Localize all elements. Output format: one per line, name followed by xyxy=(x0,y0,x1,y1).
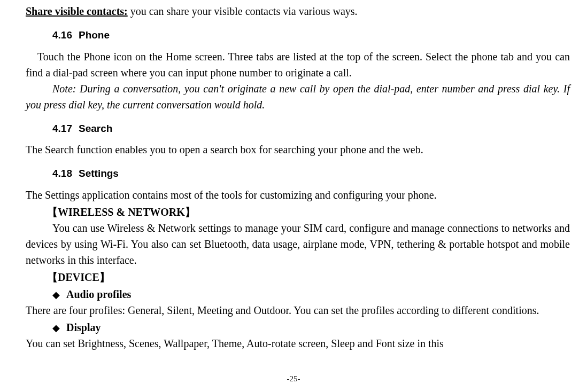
diamond-icon: ◆ xyxy=(52,321,60,335)
heading-4-17: 4.17 Search xyxy=(0,121,570,137)
para-phone: Touch the Phone icon on the Home screen.… xyxy=(0,49,570,81)
bullet-label-audio: Audio profiles xyxy=(66,286,131,302)
para-wireless: You can use Wireless & Network settings … xyxy=(0,220,570,268)
heading-num-4-17: 4.17 xyxy=(52,121,72,137)
share-visible-contacts-line: Share visible contacts: you can share yo… xyxy=(0,3,570,19)
bullet-audio-profiles: ◆ Audio profiles xyxy=(0,286,570,302)
page-number: -25- xyxy=(0,373,587,385)
bullet-label-display: Display xyxy=(66,319,101,335)
share-text: you can share your visible contacts via … xyxy=(128,5,358,17)
heading-num-4-18: 4.18 xyxy=(52,166,72,182)
share-label: Share visible contacts: xyxy=(26,5,128,17)
para-phone-note: Note: During a conversation, you can't o… xyxy=(0,81,570,113)
para-display: You can set Brightness, Scenes, Wallpape… xyxy=(0,335,570,351)
heading-device: 【DEVICE】 xyxy=(0,269,570,285)
bullet-display: ◆ Display xyxy=(0,319,570,335)
heading-label-phone: Phone xyxy=(79,28,110,43)
para-settings: The Settings application contains most o… xyxy=(0,187,570,203)
heading-4-18: 4.18 Settings xyxy=(0,166,570,182)
heading-num-4-16: 4.16 xyxy=(52,28,72,43)
heading-label-settings: Settings xyxy=(79,166,119,182)
heading-4-16: 4.16 Phone xyxy=(0,28,570,43)
heading-wireless-network: 【WIRELESS & NETWORK】 xyxy=(0,204,570,220)
heading-label-search: Search xyxy=(79,121,112,137)
para-search: The Search function enables you to open … xyxy=(0,142,570,158)
diamond-icon: ◆ xyxy=(52,288,60,302)
para-audio-profiles: There are four profiles: General, Silent… xyxy=(0,302,570,318)
